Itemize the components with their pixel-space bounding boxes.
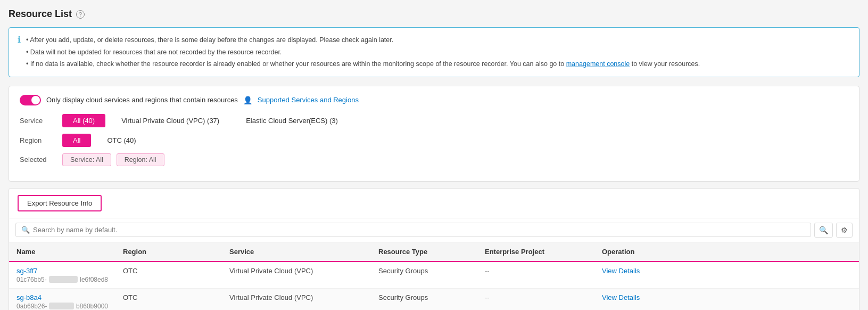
col-resource-type: Resource Type xyxy=(371,242,477,261)
management-console-link[interactable]: management console xyxy=(566,60,630,68)
row2-id-suffix: b860b9000 xyxy=(76,303,108,310)
page-title: Resource List xyxy=(9,9,72,20)
info-banner: ℹ • After you add, update, or delete res… xyxy=(9,27,859,77)
row1-name: sg-3ff7 01c76bb5- le6f08ed8 xyxy=(9,262,115,288)
row2-name-link[interactable]: sg-b8a4 xyxy=(16,293,42,301)
row2-resource-type: Security Groups xyxy=(371,289,477,311)
col-name: Name xyxy=(9,242,115,261)
info-icon: ℹ xyxy=(18,35,21,70)
row1-id-suffix: le6f08ed8 xyxy=(80,276,108,283)
row1-view-details-link[interactable]: View Details xyxy=(602,267,640,275)
resource-table: Name Region Service Resource Type Enterp… xyxy=(9,242,859,311)
col-operation: Operation xyxy=(594,242,859,261)
row2-view-details-link[interactable]: View Details xyxy=(602,293,640,301)
supported-services-link[interactable]: Supported Services and Regions xyxy=(258,96,359,104)
person-icon: 👤 xyxy=(243,96,252,104)
info-line-1: • After you add, update, or delete resou… xyxy=(26,34,700,46)
row2-name: sg-b8a4 0ab69b26- b860b9000 xyxy=(9,289,115,311)
row2-enterprise-project: -- xyxy=(477,289,594,311)
export-section: Export Resource Info xyxy=(9,189,859,218)
filter-section: Only display cloud services and regions … xyxy=(9,86,859,182)
row1-name-link[interactable]: sg-3ff7 xyxy=(16,267,38,275)
table-header: Name Region Service Resource Type Enterp… xyxy=(9,242,859,262)
table-row: sg-3ff7 01c76bb5- le6f08ed8 OTC Virtual … xyxy=(9,262,859,289)
row2-region: OTC xyxy=(115,289,222,311)
service-label: Service xyxy=(20,117,62,125)
row2-id-blur xyxy=(49,303,74,309)
question-icon[interactable]: ? xyxy=(76,10,85,19)
service-vpc-btn[interactable]: Virtual Private Cloud (VPC) (37) xyxy=(111,114,230,127)
region-all-btn[interactable]: All xyxy=(62,134,91,147)
row2-operation: View Details xyxy=(594,289,859,311)
table-settings-button[interactable]: ⚙ xyxy=(836,223,853,238)
col-region: Region xyxy=(115,242,222,261)
region-otc-btn[interactable]: OTC (40) xyxy=(96,134,146,147)
row1-operation: View Details xyxy=(594,262,859,288)
search-input[interactable] xyxy=(33,226,805,234)
row1-enterprise-project: -- xyxy=(477,262,594,288)
selected-region-tag: Region: All xyxy=(117,153,164,166)
row2-id-prefix: 0ab69b26- xyxy=(16,303,47,310)
col-enterprise-project: Enterprise Project xyxy=(477,242,594,261)
service-ecs-btn[interactable]: Elastic Cloud Server(ECS) (3) xyxy=(235,114,349,127)
export-resource-info-button[interactable]: Export Resource Info xyxy=(18,195,102,211)
region-label: Region xyxy=(20,136,62,144)
col-service: Service xyxy=(222,242,371,261)
table-row: sg-b8a4 0ab69b26- b860b9000 OTC Virtual … xyxy=(9,289,859,311)
row1-service: Virtual Private Cloud (VPC) xyxy=(222,262,371,288)
search-icon: 🔍 xyxy=(21,226,30,234)
row1-id-prefix: 01c76bb5- xyxy=(16,276,47,283)
row2-service: Virtual Private Cloud (VPC) xyxy=(222,289,371,311)
info-line-3: • If no data is available, check whether… xyxy=(26,58,700,70)
row1-resource-type: Security Groups xyxy=(371,262,477,288)
display-toggle[interactable] xyxy=(20,95,41,105)
selected-label: Selected xyxy=(20,156,62,164)
main-table-section: Export Resource Info 🔍 🔍 ⚙ Name Region S… xyxy=(9,188,859,311)
search-submit-button[interactable]: 🔍 xyxy=(814,223,833,238)
row1-region: OTC xyxy=(115,262,222,288)
service-all-btn[interactable]: All (40) xyxy=(62,114,105,127)
row1-id-blur xyxy=(49,276,78,283)
selected-service-tag: Service: All xyxy=(62,153,111,166)
toggle-label: Only display cloud services and regions … xyxy=(46,96,238,104)
info-line-2: • Data will not be updated for resources… xyxy=(26,46,700,59)
